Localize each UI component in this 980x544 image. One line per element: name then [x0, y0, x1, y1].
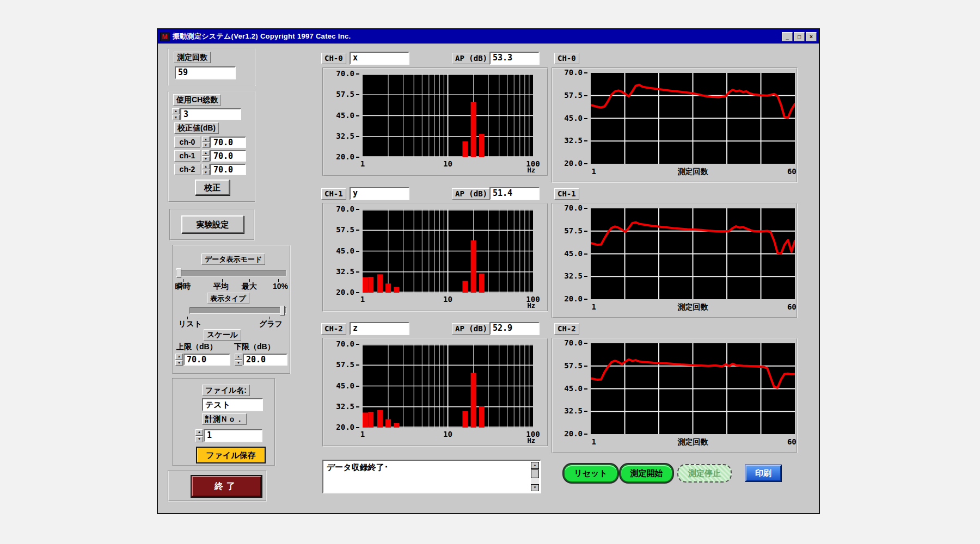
spinner-up-icon[interactable]: ▲: [202, 137, 210, 142]
channel-label: CH-2: [321, 323, 346, 335]
ch1-cal-field[interactable]: 70.0: [210, 150, 246, 162]
measure-no-field[interactable]: 1: [204, 429, 262, 442]
upper-limit-field[interactable]: 70.0: [183, 354, 230, 366]
lower-limit-field[interactable]: 20.0: [243, 354, 287, 366]
spinner-down-icon[interactable]: ▼: [175, 360, 183, 366]
display-settings-group: データ表示モード 瞬時 平均 最大 10% 表示タイプ リスト グラフ スケール…: [172, 245, 291, 374]
y-tick-label: 57.5: [564, 226, 587, 235]
y-axis-labels: 70.057.545.032.520.0: [326, 74, 359, 157]
spinner-up-icon[interactable]: ▲: [195, 429, 203, 436]
mode-tick-instant: 瞬時: [175, 282, 191, 292]
display-type-slider-thumb[interactable]: [280, 306, 285, 316]
axis-name-field[interactable]: y: [350, 187, 409, 200]
measure-start-button[interactable]: 測定開始: [620, 464, 673, 483]
channel-label: CH-0: [554, 53, 579, 64]
display-mode-slider[interactable]: [176, 270, 286, 276]
ap-label: AP (dB): [452, 53, 491, 64]
ch1-spinner[interactable]: ▲▼: [202, 150, 210, 162]
x-axis-labels: 160測定回数: [591, 166, 795, 178]
x-axis-unit: Hz: [528, 437, 535, 444]
axis-name-field[interactable]: x: [350, 52, 409, 65]
upper-limit-spinner[interactable]: ▲▼: [175, 354, 183, 366]
y-tick-label: 20.0: [564, 159, 587, 168]
axis-name-field[interactable]: z: [350, 322, 409, 335]
spectrum-chart-panel: 70.057.545.032.520.0 110100Hz: [322, 203, 548, 312]
status-message-box[interactable]: データ収録終了･ ▲ ▼: [322, 460, 541, 493]
experiment-settings-button[interactable]: 実験設定: [181, 215, 244, 233]
ch2-spinner[interactable]: ▲▼: [202, 164, 210, 175]
channel-total-spinner[interactable]: ▲▼: [172, 108, 180, 120]
x-axis-title: 測定回数: [678, 302, 708, 312]
scroll-up-icon[interactable]: ▲: [531, 462, 539, 469]
display-type-slider[interactable]: [189, 307, 286, 314]
y-tick-label: 32.5: [564, 406, 587, 415]
file-name-field[interactable]: テスト: [202, 398, 263, 411]
calibrate-button[interactable]: 校正: [195, 180, 230, 195]
ap-value-field[interactable]: 51.4: [489, 187, 540, 200]
ap-value-field[interactable]: 53.3: [489, 52, 540, 65]
spinner-up-icon[interactable]: ▲: [202, 150, 210, 156]
status-text: データ収録終了･: [327, 462, 388, 473]
y-tick-label: 45.0: [564, 384, 587, 393]
measure-no-label: 計測Ｎｏ．: [202, 413, 247, 425]
trend-chart-panel: 70.057.545.032.520.0 160測定回数: [552, 203, 798, 318]
spinner-down-icon[interactable]: ▼: [172, 115, 180, 121]
spinner-down-icon[interactable]: ▼: [202, 143, 210, 148]
y-tick-label: 45.0: [564, 249, 587, 258]
spinner-down-icon[interactable]: ▼: [195, 436, 203, 443]
x-axis-labels: 160測定回数: [591, 436, 795, 448]
ch0-label: ch-0: [174, 137, 200, 148]
file-name-label: ファイル名:: [202, 385, 250, 396]
y-tick-label: 45.0: [336, 246, 359, 255]
channel-total-field[interactable]: 3: [180, 108, 241, 120]
measure-count-group: 測定回数 59: [168, 48, 256, 86]
x-tick-label: 60: [787, 167, 797, 176]
x-axis-labels: 160測定回数: [591, 301, 795, 313]
quit-button[interactable]: 終了: [192, 476, 261, 497]
ap-value-field[interactable]: 52.9: [489, 322, 540, 335]
y-tick-label: 20.0: [336, 423, 359, 431]
spinner-down-icon[interactable]: ▼: [235, 360, 242, 366]
minimize-icon[interactable]: _: [782, 32, 793, 41]
status-scrollbar[interactable]: ▲ ▼: [531, 462, 539, 491]
file-save-button[interactable]: ファイル保存: [196, 447, 266, 463]
ch2-cal-field[interactable]: 70.0: [210, 164, 246, 175]
scroll-down-icon[interactable]: ▼: [531, 484, 539, 491]
y-tick-label: 57.5: [336, 90, 359, 98]
scrollbar-thumb[interactable]: [531, 469, 539, 478]
ch0-spinner[interactable]: ▲▼: [202, 137, 210, 148]
x-tick-label: 1: [360, 295, 365, 304]
y-tick-label: 32.5: [564, 136, 587, 145]
y-tick-label: 70.0: [336, 69, 359, 78]
measure-stop-button: 測定停止: [677, 464, 732, 483]
close-icon[interactable]: ×: [806, 32, 817, 41]
spinner-down-icon[interactable]: ▼: [202, 170, 210, 175]
x-tick-label: 1: [591, 302, 596, 311]
spinner-up-icon[interactable]: ▲: [235, 354, 242, 360]
channel-label: CH-1: [321, 188, 346, 200]
window-title: 振動測定システム(Ver1.2) Copyright 1997 Catec In…: [173, 32, 351, 41]
spinner-up-icon[interactable]: ▲: [172, 108, 180, 114]
channel-config-group: 使用CH総数 ▲▼ 3 校正値(dB) ch-0 ▲▼ 70.0 ch-1 ▲▼…: [168, 91, 256, 202]
scrollbar-track[interactable]: [531, 478, 539, 484]
app-window: M 振動測定システム(Ver1.2) Copyright 1997 Catec …: [157, 28, 820, 514]
display-type-label: 表示タイプ: [207, 293, 249, 304]
maximize-icon[interactable]: □: [794, 32, 805, 41]
x-tick-label: 1: [591, 167, 596, 176]
ch0-cal-field[interactable]: 70.0: [210, 137, 246, 148]
measure-no-spinner[interactable]: ▲▼: [195, 429, 203, 442]
channel-label: CH-0: [321, 53, 346, 64]
spectrum-chart-panel: 70.057.545.032.520.0 110100Hz: [322, 67, 548, 176]
lower-limit-spinner[interactable]: ▲▼: [235, 354, 242, 366]
y-tick-label: 45.0: [336, 381, 359, 390]
spinner-up-icon[interactable]: ▲: [175, 354, 183, 360]
x-tick-label: 1: [591, 437, 596, 446]
spinner-down-icon[interactable]: ▼: [202, 156, 210, 162]
reset-button[interactable]: リセット: [564, 464, 618, 483]
measure-count-field[interactable]: 59: [175, 66, 236, 79]
x-tick-label: 60: [787, 302, 797, 311]
print-button[interactable]: 印刷: [745, 465, 781, 481]
trend-chart-panel: 70.057.545.032.520.0 160測定回数: [552, 338, 798, 453]
display-mode-slider-thumb[interactable]: [176, 268, 181, 278]
spinner-up-icon[interactable]: ▲: [202, 164, 210, 169]
